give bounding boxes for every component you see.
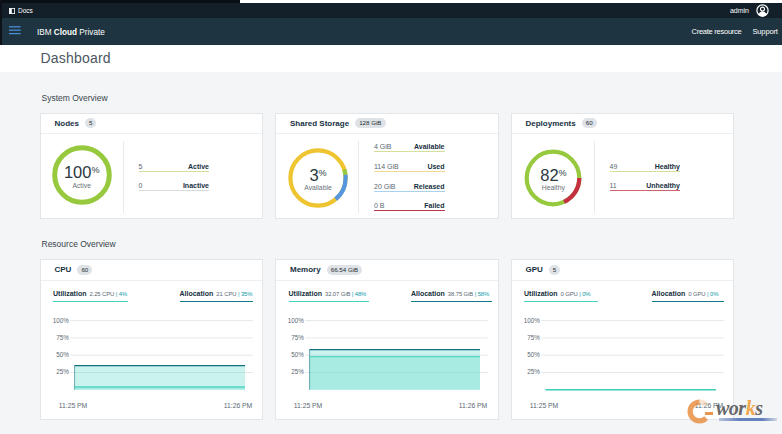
svg-text:11:25 PM: 11:25 PM <box>294 402 323 409</box>
svg-text:75%: 75% <box>56 333 69 340</box>
svg-text:100%: 100% <box>52 316 68 323</box>
svg-text:50%: 50% <box>527 351 540 358</box>
svg-text:11:26 PM: 11:26 PM <box>459 402 488 409</box>
svg-text:11:25 PM: 11:25 PM <box>58 402 87 409</box>
svg-text:50%: 50% <box>56 351 69 358</box>
svg-text:11:26 PM: 11:26 PM <box>223 402 252 409</box>
svg-text:25%: 25% <box>291 368 304 375</box>
svg-text:100%: 100% <box>288 316 304 323</box>
svg-text:25%: 25% <box>56 368 69 375</box>
svg-text:25%: 25% <box>527 368 540 375</box>
svg-text:100%: 100% <box>523 316 539 323</box>
svg-text:50%: 50% <box>291 351 304 358</box>
svg-text:11:25 PM: 11:25 PM <box>529 402 558 409</box>
svg-text:75%: 75% <box>527 333 540 340</box>
svg-text:75%: 75% <box>291 333 304 340</box>
